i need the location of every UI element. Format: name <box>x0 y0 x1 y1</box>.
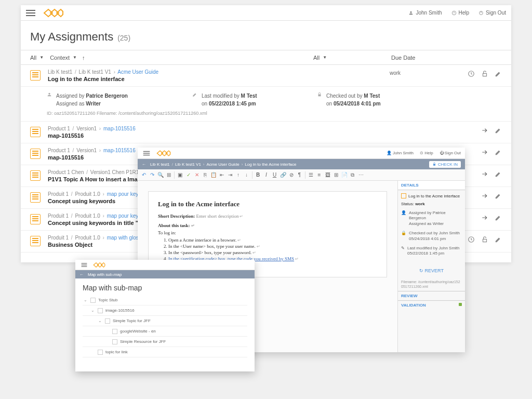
redo-icon[interactable]: ↷ <box>149 172 155 178</box>
paragraph-icon[interactable]: ¶ <box>297 172 302 178</box>
moveup-icon[interactable]: ↑ <box>235 172 241 178</box>
edit-icon[interactable] <box>495 214 502 221</box>
row-actions <box>468 69 502 77</box>
map-window: ← Map with sub-map Map with sub-map ⌄Top… <box>75 260 255 371</box>
assignment-row-expanded[interactable]: Lib K test1 / Lib K test1 V1 › Acme User… <box>21 65 511 87</box>
delete-icon[interactable]: ✕ <box>194 172 200 178</box>
map-breadcrumb: ← Map with sub-map <box>75 270 255 278</box>
tree-node[interactable]: ⌄Simple Topic for JFF <box>83 316 247 326</box>
details-tab[interactable]: DETAILS <box>398 181 465 190</box>
search-icon[interactable]: 🔍 <box>157 172 163 178</box>
help-label: Help <box>459 10 470 16</box>
hamburger-menu[interactable] <box>143 150 150 156</box>
doc-title[interactable]: Log in to the Acme interface <box>158 200 377 208</box>
editor-user[interactable]: 👤 John Smith <box>387 151 414 155</box>
filter-all-2[interactable]: All <box>313 55 320 61</box>
edit-icon[interactable] <box>495 149 502 156</box>
revert-button[interactable]: ↻ REVERT <box>398 264 465 277</box>
chevron-icon[interactable]: ⌄ <box>90 308 95 313</box>
edit-icon[interactable] <box>495 236 502 243</box>
tree-node[interactable]: ⌄image-1015516 <box>83 305 247 316</box>
about-label[interactable]: About this task: <box>158 223 377 228</box>
tree-node[interactable]: ⌄Topic Stub <box>83 295 247 305</box>
edit-icon[interactable] <box>495 170 502 178</box>
review-tab[interactable]: REVIEW <box>398 291 465 300</box>
chevron-icon[interactable]: ⌄ <box>83 298 88 302</box>
edit-icon[interactable] <box>495 70 502 77</box>
short-description[interactable]: Short Description: Enter short descripti… <box>158 214 377 219</box>
filter-context[interactable]: Context <box>50 55 70 61</box>
caret-icon: ▼ <box>39 55 44 60</box>
arrow-right-icon[interactable] <box>481 192 488 200</box>
hamburger-menu[interactable] <box>26 8 35 18</box>
note-icon[interactable]: 📄 <box>341 172 347 178</box>
signout-label: Sign Out <box>486 10 506 16</box>
movedown-icon[interactable]: ↓ <box>244 172 249 178</box>
list-ul-icon[interactable]: ☰ <box>308 172 314 178</box>
tree-node[interactable]: Simple Resource for JFF <box>83 337 247 347</box>
user-name: John Smith <box>416 10 442 16</box>
table-icon[interactable]: ⊞ <box>333 172 339 178</box>
arrow-right-icon[interactable] <box>481 170 488 178</box>
logo <box>43 8 64 18</box>
bold-icon[interactable]: B <box>255 172 261 178</box>
more-icon[interactable]: ⋯ <box>358 172 364 178</box>
topic-icon <box>30 149 41 159</box>
details-status: Status: work <box>401 202 462 206</box>
arrow-right-icon[interactable] <box>481 214 488 221</box>
arrow-right-icon[interactable] <box>481 149 488 156</box>
person-icon: 👤 <box>401 210 406 227</box>
editor-help[interactable]: ⊙ Help <box>420 151 433 155</box>
copy-icon[interactable]: ⎘ <box>202 172 208 178</box>
underline-icon[interactable]: U <box>272 172 277 178</box>
filter-all[interactable]: All <box>30 55 36 61</box>
user-menu[interactable]: John Smith <box>408 10 442 16</box>
italic-icon[interactable]: I <box>263 172 269 178</box>
unlock-icon[interactable] <box>481 236 488 243</box>
hamburger-menu[interactable] <box>82 262 87 268</box>
image-icon[interactable]: 🖼 <box>325 172 330 178</box>
signout-button[interactable]: Sign Out <box>478 10 506 16</box>
main-topbar: John Smith ? Help Sign Out <box>21 5 511 21</box>
validation-tab[interactable]: VALIDATION <box>398 300 465 310</box>
tags-icon[interactable]: ⊞ <box>166 172 171 178</box>
code-icon[interactable]: ⧉ <box>350 172 355 178</box>
indent-icon[interactable]: ⇥ <box>227 172 233 178</box>
tree-node[interactable]: googleWebsite - en <box>83 326 247 337</box>
node-icon <box>112 329 117 334</box>
element-icon[interactable]: ▣ <box>177 172 183 178</box>
breadcrumb-link[interactable]: map-1015516 <box>103 148 136 153</box>
details-filename: Filename: /content/authoring/oaz15205172… <box>398 277 465 291</box>
breadcrumb: Product 1 / Version1 › map-1015516 <box>48 126 481 131</box>
paste-icon[interactable]: 📋 <box>210 172 216 178</box>
row-actions <box>481 126 502 134</box>
filter-duedate[interactable]: Due Date <box>391 55 415 61</box>
sort-arrow-icon[interactable]: ↑ <box>82 55 85 61</box>
editor-signout[interactable]: ⏻ Sign Out <box>440 151 461 155</box>
tologin-label[interactable]: To log in: <box>158 230 377 235</box>
undo-icon[interactable]: ↶ <box>141 172 147 178</box>
chevron-icon[interactable]: ⌄ <box>97 318 102 323</box>
breadcrumb-link[interactable]: Acme User Guide <box>117 69 158 75</box>
checkin-button[interactable]: CHECK IN <box>429 161 461 168</box>
outdent-icon[interactable]: ⇤ <box>219 172 224 178</box>
list-ol-icon[interactable]: ≡ <box>316 172 322 178</box>
unlock-icon[interactable] <box>481 70 488 77</box>
edit-icon[interactable] <box>495 127 502 134</box>
map-title: Map with sub-map <box>75 278 255 295</box>
history-icon[interactable] <box>468 236 475 243</box>
back-arrow-icon[interactable]: ← <box>79 272 84 277</box>
back-arrow-icon[interactable]: ← <box>142 162 146 167</box>
link-icon[interactable]: 🔗 <box>280 172 286 178</box>
edit-icon[interactable] <box>495 192 502 200</box>
check-icon[interactable]: ✓ <box>185 172 191 178</box>
tree-node[interactable]: topic for link <box>83 347 247 357</box>
history-icon[interactable] <box>468 70 475 77</box>
arrow-right-icon[interactable] <box>481 127 488 134</box>
logo <box>93 262 105 268</box>
unlink-icon[interactable]: ⊘ <box>288 172 294 178</box>
row-status: work <box>390 69 468 76</box>
assignment-row[interactable]: Product 1 / Version1 › map-1015516map-10… <box>21 122 511 143</box>
breadcrumb-link[interactable]: map-1015516 <box>103 126 136 131</box>
help-button[interactable]: ? Help <box>451 10 470 16</box>
